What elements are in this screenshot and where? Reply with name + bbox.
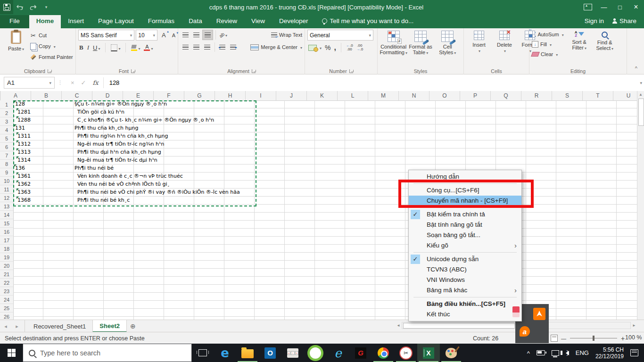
font-dialog-launcher[interactable] [131,69,135,73]
tab-view[interactable]: View [244,15,272,28]
save-button[interactable] [0,0,13,14]
taskbar-app-coccoc[interactable] [304,344,327,362]
increase-decimal-button[interactable]: ←.0.00 [346,44,353,51]
align-right-button[interactable] [202,42,212,52]
formula-bar-splitter[interactable]: ⋮ [58,80,63,86]
sheet-tab-Sheet2[interactable]: Sheet2 [92,320,127,332]
volume-icon[interactable] [566,351,569,355]
autosum-button[interactable]: ΣAutoSum [532,30,564,39]
cell-code[interactable]: 1311 [17,132,31,140]
column-header-P[interactable]: P [460,91,491,100]
cancel-button[interactable]: × [71,79,74,86]
borders-button[interactable] [111,44,120,51]
context-menu-item[interactable]: ✓Bật kiểm tra chính tả [409,209,521,220]
horizontal-scroll-thumb[interactable] [403,323,515,329]
row-header-2[interactable]: 2 [0,109,13,117]
column-header-I[interactable]: I [246,91,276,100]
tab-page-layout[interactable]: Page Layout [91,15,141,28]
column-header-B[interactable]: B [31,91,62,100]
shrink-font-button[interactable]: A [172,33,175,38]
clipboard-dialog-launcher[interactable] [48,69,51,73]
share-button[interactable]: Share [612,17,636,25]
customize-qat-button[interactable]: ▾ [40,0,53,14]
fill-color-button[interactable] [131,44,140,51]
context-menu-item[interactable]: Kết thúc [409,309,521,320]
percent-style-button[interactable]: % [325,44,330,51]
sheet-nav-left[interactable]: ◂ [0,320,11,332]
context-menu-item[interactable]: Kiểu gõ› [409,240,521,251]
task-view-button[interactable] [192,344,214,362]
sign-in-link[interactable]: Sign in [585,17,604,25]
sheet-tab-Recovered_Sheet1[interactable]: Recovered_Sheet1 [27,320,92,332]
cell-code[interactable]: 1361 [17,173,31,181]
redo-button[interactable]: ▾ [26,0,40,14]
middle-align-button[interactable] [191,30,201,40]
wrap-text-button[interactable]: Wrap Text [271,32,302,38]
row-header-6[interactable]: 6 [0,143,13,151]
row-header-13[interactable]: 13 [0,202,13,211]
column-header-N[interactable]: N [399,91,429,100]
tell-me-box[interactable]: Tell me what you want to do... [315,15,421,28]
vertical-scroll-thumb[interactable] [638,99,644,126]
enter-button[interactable]: ✓ [81,79,86,86]
battery-icon[interactable] [537,350,545,355]
taskbar-app-excel[interactable]: X [417,344,440,362]
row-header-1[interactable]: 1 [0,100,13,109]
zoom-out-button[interactable]: — [561,336,566,341]
row-header-25[interactable]: 25 [0,304,13,313]
cell-text[interactable]: Ph¶i thu dµi h¹n cña kh¸ch hµng [77,148,161,156]
start-button[interactable] [0,344,23,362]
taskbar-clock[interactable]: 5:56 CH 22/12/2019 [595,346,624,360]
decrease-decimal-button[interactable]: .00→.0 [356,44,363,51]
collapse-ribbon-button[interactable]: ^ [635,66,637,71]
column-header-L[interactable]: L [338,91,368,100]
undo-button[interactable]: ▾ [13,0,26,14]
select-all-corner[interactable] [0,91,0,100]
format-painter-button[interactable]: Format Painter [30,52,73,62]
cell-text[interactable]: Ph¶i thu ng¾n h¹n cña kh¸ch hµng [77,132,168,140]
row-header-12[interactable]: 12 [0,194,13,202]
close-button[interactable]: × [628,0,644,14]
row-header-24[interactable]: 24 [0,296,13,304]
column-header-K[interactable]: K [307,91,338,100]
context-menu-item[interactable]: TCVN3 (ABC) [409,264,521,275]
row-header-21[interactable]: 21 [0,270,13,279]
taskbar-app-garena[interactable]: G [349,344,372,362]
row-header-5[interactable]: 5 [0,134,13,143]
row-header-20[interactable]: 20 [0,262,13,270]
row-header-16[interactable]: 16 [0,228,13,236]
cell-code[interactable]: 1288 [17,116,31,124]
cell-text[interactable]: Ph¶i thu cña kh¸ch hµng [74,124,138,132]
column-header-J[interactable]: J [276,91,307,100]
row-header-22[interactable]: 22 [0,279,13,287]
row-header-9[interactable]: 9 [0,168,13,177]
column-header-M[interactable]: M [368,91,399,100]
formula-input[interactable]: 128 [104,79,120,86]
cell-text[interactable]: Vèn kinh doanh ë c¸c ®¬n vÞ trùc thuéc [77,173,183,181]
comma-style-button[interactable]: , [334,43,336,52]
cell-code[interactable]: 1312 [17,140,31,148]
tab-insert[interactable]: Insert [61,15,91,28]
taskbar-app-internet-explorer[interactable]: e [327,344,349,362]
add-sheet-button[interactable]: ⊕ [127,320,139,332]
row-header-17[interactable]: 17 [0,236,13,245]
cell-text[interactable]: TiÒn göi cã kú h¹n [77,108,124,116]
cell-text[interactable]: Ph¶i thu néi bé vÒ chi phÝ ®i vay ®ñ ®iÒ… [77,189,240,197]
context-menu-item[interactable]: Bảng mã khác› [409,285,521,296]
taskbar-app-unikey[interactable]: uin [281,344,304,362]
taskbar-app-chrome[interactable] [372,344,395,362]
action-center-icon[interactable] [630,349,638,356]
cell-code[interactable]: 1368 [17,197,31,205]
underline-button[interactable]: U [93,44,100,51]
cut-button[interactable]: ✂Cut [30,31,73,40]
insert-cells-button[interactable]: Insert [466,30,492,54]
number-format-select[interactable]: General▾ [307,30,373,41]
tab-data[interactable]: Data [182,15,209,28]
undo-dropdown[interactable]: ▾ [21,5,23,9]
maximize-button[interactable]: □ [612,0,628,14]
alignment-dialog-launcher[interactable] [252,69,256,73]
cell-code[interactable]: 1314 [17,156,31,165]
cell-styles-button[interactable]: Cell Styles [434,30,461,56]
cell-code[interactable]: 1313 [17,148,31,156]
cell-text[interactable]: Vèn thu néi bé vÒ chªnh lÖch tû gi¸ [77,181,170,189]
